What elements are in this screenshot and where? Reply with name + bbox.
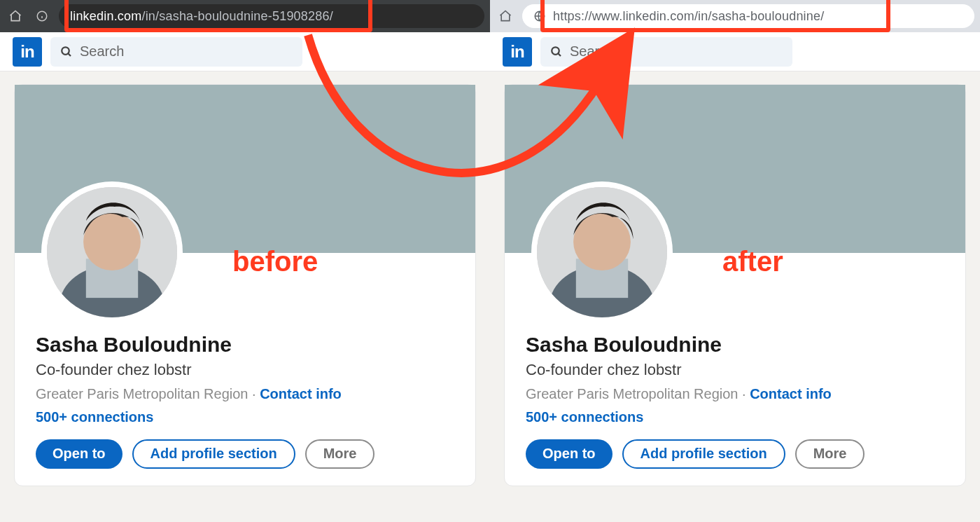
location-row: Greater Paris Metropolitan Region · Cont…	[36, 386, 454, 402]
svg-line-11	[558, 53, 561, 56]
add-section-button[interactable]: Add profile section	[132, 439, 295, 469]
linkedin-logo-icon[interactable]: in	[503, 37, 532, 67]
search-icon	[550, 46, 563, 58]
profile-tagline: Co-founder chez lobstr	[36, 361, 454, 379]
more-button[interactable]: More	[305, 439, 375, 469]
linkedin-logo-icon[interactable]: in	[13, 37, 42, 67]
profile-name: Sasha Bouloudnine	[36, 331, 454, 358]
search-placeholder: Search	[570, 43, 614, 60]
connections-link[interactable]: 500+ connections	[36, 409, 454, 425]
search-input[interactable]: Search	[540, 37, 792, 67]
location-row: Greater Paris Metropolitan Region · Cont…	[526, 386, 944, 402]
before-label: before	[232, 246, 318, 277]
profile-tagline: Co-founder chez lobstr	[526, 361, 944, 379]
browser-toolbar-right: https://www.linkedin.com/in/sasha-boulou…	[490, 0, 980, 32]
contact-info-link[interactable]: Contact info	[750, 386, 832, 401]
url-path: /in/sasha-bouloudnine-51908286/	[141, 9, 332, 24]
search-placeholder: Search	[80, 43, 124, 60]
search-input[interactable]: Search	[50, 37, 302, 67]
svg-point-15	[573, 213, 631, 270]
home-icon[interactable]	[6, 6, 25, 26]
linkedin-header-right: in Search	[490, 32, 980, 71]
search-icon	[60, 46, 73, 58]
add-section-button[interactable]: Add profile section	[622, 439, 785, 469]
connections-link[interactable]: 500+ connections	[526, 409, 944, 425]
profile-card: Sasha Bouloudnine Co-founder chez lobstr…	[504, 84, 966, 486]
url-full: https://www.linkedin.com/in/sasha-boulou…	[553, 9, 824, 24]
info-icon[interactable]	[32, 6, 52, 26]
linkedin-header-left: in Search	[0, 32, 490, 71]
svg-point-8	[83, 213, 141, 270]
profile-page-right: Sasha Bouloudnine Co-founder chez lobstr…	[490, 71, 980, 486]
after-panel: https://www.linkedin.com/in/sasha-boulou…	[490, 0, 980, 522]
avatar[interactable]	[531, 181, 673, 323]
svg-point-10	[552, 47, 559, 55]
globe-icon	[533, 10, 546, 22]
profile-name: Sasha Bouloudnine	[526, 331, 944, 358]
before-panel: linkedin.com/in/sasha-bouloudnine-519082…	[0, 0, 490, 522]
url-bar-right[interactable]: https://www.linkedin.com/in/sasha-boulou…	[522, 4, 974, 28]
url-host: linkedin.com	[70, 9, 141, 24]
contact-info-link[interactable]: Contact info	[260, 386, 342, 401]
home-icon[interactable]	[496, 6, 515, 26]
browser-toolbar-left: linkedin.com/in/sasha-bouloudnine-519082…	[0, 0, 490, 32]
after-label: after	[722, 246, 783, 277]
profile-card: Sasha Bouloudnine Co-founder chez lobstr…	[14, 84, 476, 486]
url-bar-left[interactable]: linkedin.com/in/sasha-bouloudnine-519082…	[59, 4, 484, 28]
profile-page-left: Sasha Bouloudnine Co-founder chez lobstr…	[0, 71, 490, 486]
profile-location: Greater Paris Metropolitan Region	[526, 386, 738, 401]
open-to-button[interactable]: Open to	[526, 439, 612, 469]
svg-line-4	[68, 53, 71, 56]
svg-point-3	[62, 47, 69, 55]
avatar[interactable]	[41, 181, 183, 323]
open-to-button[interactable]: Open to	[36, 439, 122, 469]
profile-location: Greater Paris Metropolitan Region	[36, 386, 248, 401]
more-button[interactable]: More	[795, 439, 865, 469]
